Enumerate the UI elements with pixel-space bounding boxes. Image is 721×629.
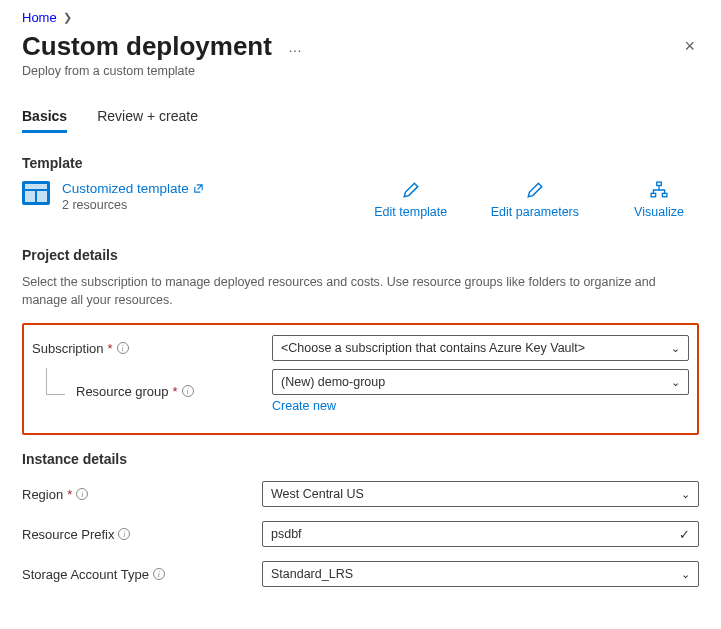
storage-account-type-label: Storage Account Type [22, 567, 149, 582]
edit-template-button[interactable]: Edit template [371, 181, 451, 219]
chevron-down-icon: ⌄ [681, 488, 690, 501]
project-details-highlight: Subscription * i <Choose a subscription … [22, 323, 699, 435]
chevron-down-icon: ⌄ [681, 568, 690, 581]
edit-parameters-button[interactable]: Edit parameters [491, 181, 579, 219]
breadcrumb: Home ❯ [22, 10, 699, 25]
info-icon[interactable]: i [117, 342, 129, 354]
pencil-icon [402, 181, 420, 199]
page-subtitle: Deploy from a custom template [22, 64, 699, 78]
page-title: Custom deployment [22, 31, 272, 62]
required-marker: * [67, 487, 72, 502]
visualize-label: Visualize [634, 205, 684, 219]
svg-rect-5 [651, 193, 656, 196]
resource-prefix-input[interactable]: psdbf ✓ [262, 521, 699, 547]
svg-rect-4 [657, 182, 662, 185]
resource-group-select[interactable]: (New) demo-group ⌄ [272, 369, 689, 395]
external-link-icon [193, 183, 204, 194]
close-icon[interactable]: × [680, 32, 699, 61]
subscription-select[interactable]: <Choose a subscription that contains Azu… [272, 335, 689, 361]
region-select[interactable]: West Central US ⌄ [262, 481, 699, 507]
chevron-down-icon: ⌄ [671, 376, 680, 389]
chevron-right-icon: ❯ [63, 11, 72, 24]
region-value: West Central US [271, 487, 364, 501]
edit-parameters-label: Edit parameters [491, 205, 579, 219]
tab-review-create[interactable]: Review + create [97, 108, 198, 133]
instance-details-label: Instance details [22, 451, 699, 467]
template-section-label: Template [22, 155, 699, 171]
hierarchy-icon [650, 181, 668, 199]
required-marker: * [108, 341, 113, 356]
required-marker: * [173, 384, 178, 399]
project-details-label: Project details [22, 247, 699, 263]
project-details-description: Select the subscription to manage deploy… [22, 273, 699, 309]
breadcrumb-home[interactable]: Home [22, 10, 57, 25]
region-label: Region [22, 487, 63, 502]
checkmark-icon: ✓ [679, 527, 690, 542]
resource-group-label: Resource group [76, 384, 169, 399]
info-icon[interactable]: i [182, 385, 194, 397]
tab-bar: Basics Review + create [22, 108, 699, 133]
resource-prefix-label: Resource Prefix [22, 527, 114, 542]
tab-basics[interactable]: Basics [22, 108, 67, 133]
create-new-link[interactable]: Create new [272, 399, 689, 413]
svg-rect-6 [662, 193, 667, 196]
template-resource-count: 2 resources [62, 198, 204, 212]
edit-template-label: Edit template [374, 205, 447, 219]
template-icon [22, 181, 50, 205]
info-icon[interactable]: i [118, 528, 130, 540]
svg-rect-1 [25, 184, 47, 189]
resource-group-value: (New) demo-group [281, 375, 385, 389]
subscription-value: <Choose a subscription that contains Azu… [281, 341, 585, 355]
chevron-down-icon: ⌄ [671, 342, 680, 355]
storage-account-type-select[interactable]: Standard_LRS ⌄ [262, 561, 699, 587]
pencil-icon [526, 181, 544, 199]
svg-rect-2 [25, 191, 35, 202]
visualize-button[interactable]: Visualize [619, 181, 699, 219]
svg-rect-3 [37, 191, 47, 202]
info-icon[interactable]: i [76, 488, 88, 500]
subscription-label: Subscription [32, 341, 104, 356]
customized-template-link[interactable]: Customized template [62, 181, 204, 196]
storage-account-type-value: Standard_LRS [271, 567, 353, 581]
resource-prefix-value: psdbf [271, 527, 302, 541]
info-icon[interactable]: i [153, 568, 165, 580]
customized-template-text: Customized template [62, 181, 189, 196]
more-actions-button[interactable]: … [284, 39, 307, 55]
